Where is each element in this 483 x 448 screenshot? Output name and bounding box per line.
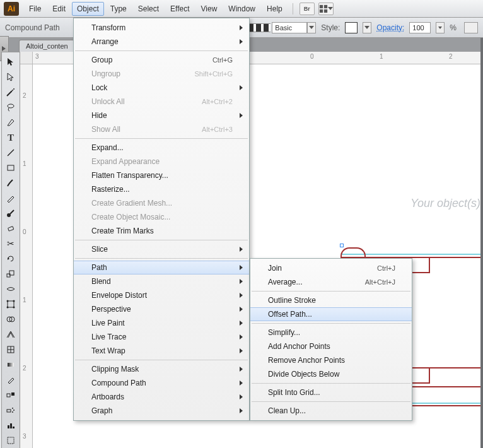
object-menu-item[interactable]: Arrange bbox=[74, 35, 249, 49]
path-submenu-item[interactable]: Add Anchor Points bbox=[250, 339, 412, 353]
object-menu-item[interactable]: Live Trace bbox=[74, 330, 249, 344]
tool-pencil[interactable] bbox=[3, 191, 18, 205]
menu-select[interactable]: Select bbox=[133, 2, 164, 16]
ruler-h-tick: 2 bbox=[449, 53, 453, 60]
tool-type[interactable]: T bbox=[3, 131, 18, 144]
object-menu-item[interactable]: Compound Path bbox=[74, 376, 249, 390]
opacity-dropdown[interactable] bbox=[436, 22, 445, 33]
object-menu-item[interactable]: Hide bbox=[74, 109, 249, 122]
menu-view[interactable]: View bbox=[196, 2, 223, 16]
menu-help[interactable]: Help bbox=[262, 2, 288, 16]
object-menu-item[interactable]: Lock bbox=[74, 81, 249, 95]
object-menu-item[interactable]: Envelope Distort bbox=[74, 288, 249, 302]
tool-selection[interactable] bbox=[3, 55, 18, 69]
document-tab[interactable]: Altoid_conten bbox=[19, 40, 75, 52]
app-logo: Ai bbox=[4, 2, 19, 16]
object-menu-item[interactable]: Text Wrap bbox=[74, 344, 249, 358]
tool-scale[interactable] bbox=[3, 267, 18, 281]
object-menu-hotkey: Alt+Ctrl+3 bbox=[202, 126, 233, 133]
tool-direct-selection[interactable] bbox=[3, 70, 18, 84]
tool-lasso[interactable] bbox=[3, 100, 18, 114]
object-menu-item[interactable]: Blend bbox=[74, 274, 249, 288]
menu-file[interactable]: File bbox=[24, 2, 46, 16]
object-menu-item[interactable]: Create Trim Marks bbox=[74, 224, 249, 238]
panel-dock[interactable] bbox=[480, 38, 483, 448]
tool-free-transform[interactable] bbox=[3, 297, 18, 311]
path-submenu-item[interactable]: Remove Anchor Points bbox=[250, 353, 412, 367]
object-menu-item[interactable]: Perspective bbox=[74, 302, 249, 316]
tool-blend[interactable] bbox=[3, 388, 18, 402]
path-submenu-item[interactable]: Outline Stroke bbox=[250, 293, 412, 307]
arrange-docs-button[interactable] bbox=[318, 3, 334, 15]
tool-shape-builder[interactable] bbox=[3, 312, 18, 326]
menu-edit[interactable]: Edit bbox=[47, 2, 71, 16]
path-submenu-item[interactable]: Split Into Grid... bbox=[250, 386, 412, 399]
object-menu-item[interactable]: Slice bbox=[74, 242, 249, 256]
menu-object[interactable]: Object bbox=[72, 2, 104, 16]
path-submenu-item-label: Offset Path... bbox=[268, 310, 312, 319]
path-submenu-item[interactable]: Average...Alt+Ctrl+J bbox=[250, 275, 412, 289]
ruler-h-tick: 3 bbox=[35, 53, 39, 60]
svg-rect-30 bbox=[7, 410, 11, 412]
object-menu-item[interactable]: Graph bbox=[74, 404, 249, 418]
ruler-origin[interactable] bbox=[20, 52, 33, 64]
tool-pen[interactable] bbox=[3, 115, 18, 129]
object-menu-item[interactable]: Artboards bbox=[74, 390, 249, 404]
object-menu-item[interactable]: Expand... bbox=[74, 141, 249, 155]
bridge-button[interactable]: Br bbox=[300, 3, 315, 15]
tool-column-graph[interactable] bbox=[3, 418, 18, 432]
object-menu-item[interactable]: Live Paint bbox=[74, 316, 249, 330]
object-menu-item[interactable]: GroupCtrl+G bbox=[74, 53, 249, 67]
path-submenu-separator bbox=[252, 401, 410, 402]
object-menu-item[interactable]: Clipping Mask bbox=[74, 362, 249, 376]
recolor-art-button[interactable] bbox=[464, 22, 478, 33]
tool-rotate[interactable] bbox=[3, 252, 18, 266]
menu-window[interactable]: Window bbox=[223, 2, 260, 16]
path-submenu-item[interactable]: Divide Objects Below bbox=[250, 367, 412, 381]
path-submenu-item[interactable]: Simplify... bbox=[250, 326, 412, 339]
object-menu-item-label: Show All bbox=[91, 125, 120, 134]
ruler-vertical[interactable]: 2 1 0 1 2 3 bbox=[20, 64, 33, 448]
object-menu-item[interactable]: Rasterize... bbox=[74, 182, 249, 196]
object-menu-hotkey: Shift+Ctrl+G bbox=[194, 70, 233, 78]
tool-paintbrush[interactable] bbox=[3, 176, 18, 190]
object-menu-item-label: Text Wrap bbox=[91, 346, 125, 355]
tool-magic-wand[interactable] bbox=[3, 85, 18, 99]
tool-line[interactable] bbox=[3, 146, 18, 160]
tool-blob-brush[interactable] bbox=[3, 206, 18, 220]
path-submenu-item[interactable]: Offset Path... bbox=[250, 307, 412, 321]
tools-panel: T ✂ bbox=[1, 52, 20, 448]
object-menu-item[interactable]: Transform bbox=[74, 21, 249, 35]
tool-rectangle[interactable] bbox=[3, 161, 18, 175]
stroke-profile-field[interactable]: Basic bbox=[272, 22, 307, 33]
svg-line-10 bbox=[8, 150, 14, 156]
tool-scissors[interactable]: ✂ bbox=[3, 237, 18, 251]
tool-perspective-grid[interactable] bbox=[3, 327, 18, 341]
selection-handle[interactable] bbox=[340, 244, 344, 247]
tool-artboard[interactable] bbox=[3, 433, 18, 447]
object-menu-item-label: Transform bbox=[91, 23, 125, 32]
path-submenu-item[interactable]: JoinCtrl+J bbox=[250, 261, 412, 275]
style-dropdown[interactable] bbox=[363, 22, 371, 33]
object-menu-item[interactable]: Flatten Transparency... bbox=[74, 168, 249, 182]
tool-symbol-sprayer[interactable] bbox=[3, 403, 18, 417]
style-swatch[interactable] bbox=[345, 22, 358, 33]
opacity-label[interactable]: Opacity: bbox=[376, 23, 404, 32]
menu-type[interactable]: Type bbox=[105, 2, 132, 16]
menu-effect[interactable]: Effect bbox=[165, 2, 194, 16]
object-menu-item[interactable]: Path bbox=[74, 261, 249, 274]
tool-eyedropper[interactable] bbox=[3, 373, 18, 387]
ruler-v-tick: 1 bbox=[23, 160, 26, 167]
ruler-v-tick: 1 bbox=[23, 297, 26, 304]
placeholder-hint: Your object(s) bbox=[410, 197, 480, 210]
stroke-profile-dropdown[interactable] bbox=[307, 22, 316, 33]
tool-width[interactable] bbox=[3, 282, 18, 296]
tool-mesh[interactable] bbox=[3, 343, 18, 357]
opacity-field[interactable]: 100 bbox=[409, 22, 431, 33]
path-submenu-item[interactable]: Clean Up... bbox=[250, 404, 412, 418]
tool-gradient[interactable] bbox=[3, 358, 18, 372]
artwork-path bbox=[411, 257, 430, 273]
path-submenu-item-label: Remove Anchor Points bbox=[268, 356, 345, 365]
svg-marker-6 bbox=[8, 73, 13, 81]
tool-eraser[interactable] bbox=[3, 221, 18, 235]
